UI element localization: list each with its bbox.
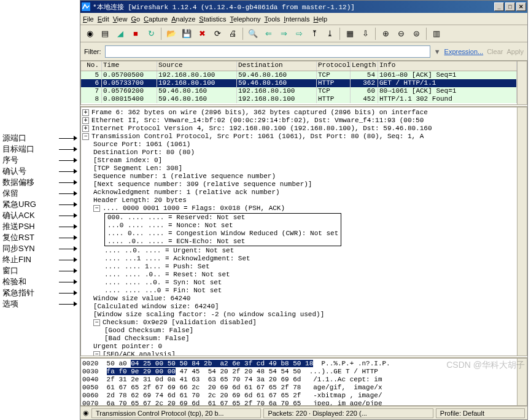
col-dest[interactable]: Destination — [237, 61, 317, 71]
tree-ip[interactable]: +Internet Protocol Version 4, Src: 192.1… — [82, 125, 516, 133]
col-source[interactable]: Source — [157, 61, 237, 71]
collapse-icon[interactable]: − — [93, 319, 100, 326]
tcp-calcwin[interactable]: [Calculated window size: 64240] — [82, 303, 516, 311]
tb-reload-icon[interactable]: ⟳ — [211, 27, 224, 41]
tb-open-icon[interactable]: 📂 — [165, 27, 178, 41]
flag-ack[interactable]: .... ...1 .... = Acknowledgment: Set — [82, 255, 516, 263]
packet-row[interactable]: 80.0801540059.46.80.160192.168.80.100HTT… — [81, 95, 517, 103]
detail-scroll[interactable] — [517, 107, 527, 356]
menu-telephony[interactable]: Telephony — [230, 15, 260, 23]
tb-gotop-icon[interactable]: ⤒ — [308, 27, 321, 41]
flag-syn[interactable]: .... .... ..0. = Syn: Not set — [82, 279, 516, 287]
tb-goend-icon[interactable]: ⤓ — [323, 27, 336, 41]
hex-row[interactable]: 0060 2d 78 62 69 74 6d 61 70 2c 20 69 6d… — [82, 392, 516, 400]
tb-find-icon[interactable]: 🔍 — [246, 27, 260, 41]
tcp-seglen[interactable]: [TCP Segment Len: 308] — [82, 165, 516, 173]
tcp-winscale[interactable]: [Window size scaling factor: -2 (no wind… — [82, 311, 516, 319]
col-info[interactable]: Info — [378, 61, 517, 71]
packet-scroll[interactable] — [517, 61, 527, 104]
hex-scroll[interactable] — [517, 359, 527, 405]
menu-tools[interactable]: Tools — [265, 15, 281, 23]
packet-row[interactable]: 50.05700500192.168.80.10059.46.80.160TCP… — [81, 71, 517, 79]
tcp-nextseq[interactable]: [Next sequence number: 309 (relative seq… — [82, 181, 516, 189]
flag-reserved[interactable]: 000. .... .... = Reserved: Not set — [107, 214, 338, 222]
flag-fin[interactable]: .... .... ...0 = Fin: Not set — [82, 287, 516, 295]
tcp-seqack[interactable]: −[SEQ/ACK analysis] — [82, 351, 516, 356]
tree-frame[interactable]: +Frame 6: 362 bytes on wire (2896 bits),… — [82, 109, 516, 117]
menu-statistics[interactable]: Statistics — [199, 15, 226, 23]
menu-capture[interactable]: Capture — [144, 15, 168, 23]
col-proto[interactable]: Protocol — [317, 61, 351, 71]
clear-link[interactable]: Clear — [487, 48, 503, 55]
menu-internals[interactable]: Internals — [284, 15, 309, 23]
flag-cwr[interactable]: .... 0... .... = Congestion Window Reduc… — [107, 230, 338, 238]
menu-go[interactable]: Go — [131, 15, 140, 23]
tree-eth[interactable]: +Ethernet II, Src: Vmware_14:bf:02 (00:0… — [82, 117, 516, 125]
tcp-goodck[interactable]: [Good Checksum: False] — [82, 327, 516, 335]
tree-tcp[interactable]: −Transmission Control Protocol, Src Port… — [82, 133, 516, 141]
col-time[interactable]: Time — [102, 61, 157, 71]
tb-back-icon[interactable]: ⇐ — [262, 27, 275, 41]
hex-row[interactable]: 0040 2f 31 2e 31 0d 0a 41 63 63 65 70 74… — [82, 376, 516, 384]
tb-print-icon[interactable]: 🖨 — [226, 27, 239, 41]
hex-row[interactable]: 0030 fa f0 9e 29 00 00 47 45 54 20 2f 20… — [82, 368, 516, 376]
tb-interfaces-icon[interactable]: ◉ — [83, 27, 96, 41]
tcp-stream[interactable]: [Stream index: 0] — [82, 157, 516, 165]
menu-analyze[interactable]: Analyze — [171, 15, 195, 23]
expand-icon[interactable]: + — [82, 125, 89, 132]
tb-zoomout-icon[interactable]: ⊖ — [394, 27, 408, 41]
packet-row[interactable]: 70.0576920059.46.80.160192.168.80.100TCP… — [81, 87, 517, 95]
expression-link[interactable]: Expression... — [444, 48, 484, 55]
tcp-checksum[interactable]: −Checksum: 0x9e29 [validation disabled] — [82, 319, 516, 327]
tb-zoom100-icon[interactable]: ⊜ — [409, 27, 423, 41]
collapse-icon[interactable]: − — [93, 351, 100, 356]
tcp-urgptr[interactable]: Urgent pointer: 0 — [82, 343, 516, 351]
status-icon[interactable]: ◉ — [83, 409, 89, 417]
col-len[interactable]: Length — [351, 61, 378, 71]
hex-row[interactable]: 0070 6a 70 65 67 2c 20 69 6d 61 67 65 2f… — [82, 400, 516, 405]
packet-row[interactable]: 60.05733700192.168.80.10059.46.80.160HTT… — [81, 79, 517, 87]
tcp-flags[interactable]: −.... 0000 0001 1000 = Flags: 0x018 (PSH… — [82, 204, 516, 212]
tb-autoscroll-icon[interactable]: ⇩ — [359, 27, 372, 41]
hex-row[interactable]: 0050 61 67 65 2f 67 69 66 2c 20 69 6d 61… — [82, 384, 516, 392]
flag-ecn[interactable]: .... .0.. .... = ECN-Echo: Not set — [107, 238, 338, 246]
flag-nonce[interactable]: ...0 .... .... = Nonce: Not set — [107, 222, 338, 230]
tb-stop-icon[interactable]: ■ — [129, 27, 142, 41]
menu-file[interactable]: File — [83, 15, 94, 23]
tcp-seqnum[interactable]: Sequence number: 1 (relative sequence nu… — [82, 173, 516, 181]
tb-restart-icon[interactable]: ↻ — [144, 27, 158, 41]
collapse-icon[interactable]: − — [93, 205, 100, 212]
status-profile[interactable]: Profile: Default — [436, 408, 525, 418]
menu-edit[interactable]: Edit — [98, 15, 109, 23]
tcp-badck[interactable]: [Bad Checksum: False] — [82, 335, 516, 343]
tcp-dstport[interactable]: Destination Port: 80 (80) — [82, 149, 516, 157]
hex-pane[interactable]: 0020 50 a0 04 25 00 50 50 84 2b a2 6e 3f… — [80, 358, 527, 406]
menu-view[interactable]: View — [113, 15, 128, 23]
titlebar[interactable]: *本地连接 [Wireshark 1.12.4 (v1.12.4-0-gb486… — [80, 1, 527, 13]
maximize-button[interactable]: □ — [505, 2, 515, 11]
tcp-srcport[interactable]: Source Port: 1061 (1061) — [82, 141, 516, 149]
minimize-button[interactable]: _ — [494, 2, 504, 11]
tcp-acknum[interactable]: Acknowledgment number: 1 (relative ack n… — [82, 189, 516, 196]
flag-rst[interactable]: .... .... .0.. = Reset: Not set — [82, 271, 516, 279]
col-no[interactable]: No. — [81, 61, 102, 71]
flag-psh[interactable]: .... .... 1... = Push: Set — [82, 263, 516, 271]
menu-help[interactable]: Help — [313, 15, 327, 23]
packet-list[interactable]: No. Time Source Destination Protocol Len… — [80, 61, 527, 105]
collapse-icon[interactable]: − — [82, 133, 89, 140]
tcp-hdrlen[interactable]: Header Length: 20 bytes — [82, 196, 516, 204]
tb-colorize-icon[interactable]: ▦ — [343, 27, 357, 41]
tb-start-icon[interactable]: ◢ — [114, 27, 127, 41]
tb-cols-icon[interactable]: ▥ — [430, 27, 443, 41]
hex-row[interactable]: 0020 50 a0 04 25 00 50 50 84 2b a2 6e 3f… — [82, 360, 516, 368]
tb-fwd-icon[interactable]: ⇒ — [277, 27, 290, 41]
filter-input[interactable] — [105, 45, 430, 58]
flag-urg[interactable]: .... ..0. .... = Urgent: Not set — [82, 247, 516, 255]
tcp-winsize[interactable]: Window size value: 64240 — [82, 295, 516, 303]
expand-icon[interactable]: + — [82, 109, 89, 116]
packet-list-header[interactable]: No. Time Source Destination Protocol Len… — [81, 61, 517, 71]
tb-zoomin-icon[interactable]: ⊕ — [379, 27, 392, 41]
close-button[interactable]: ✕ — [516, 2, 526, 11]
tb-options-icon[interactable]: ▤ — [98, 27, 112, 41]
tb-goto-icon[interactable]: ⇨ — [292, 27, 306, 41]
